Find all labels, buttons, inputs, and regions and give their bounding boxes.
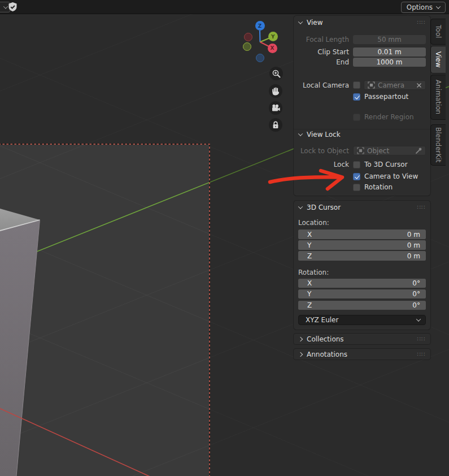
panel-title: 3D Cursor — [307, 204, 412, 211]
blender-window: Z Y X — [0, 0, 449, 476]
padlock-icon — [271, 120, 280, 129]
cursor-location-x-field[interactable]: X0 m — [298, 230, 426, 239]
movie-camera-icon — [271, 103, 281, 112]
close-icon[interactable] — [416, 83, 422, 88]
chevron-down-icon — [436, 4, 441, 8]
chevron-right-icon — [298, 352, 303, 356]
x-axis-line — [0, 406, 152, 476]
chevron-down-icon — [416, 317, 421, 321]
local-camera-label: Local Camera — [298, 81, 353, 89]
clip-start-field[interactable]: 0.01 m — [353, 47, 426, 57]
cursor-rotation-z-field[interactable]: Z0° — [298, 301, 426, 310]
options-label: Options — [407, 3, 433, 11]
gizmo-minus-y-axis[interactable] — [243, 42, 251, 51]
panel-grip-icon[interactable]: ∷∷ — [417, 352, 425, 357]
rotation-lock-label: Rotation — [364, 183, 393, 191]
view-panel: View ∷∷ Focal Length 50 mm Clip Start 0.… — [294, 16, 430, 196]
chevron-down-icon — [298, 19, 303, 24]
to-3d-cursor-checkbox[interactable] — [353, 161, 360, 168]
chevron-down-icon — [298, 131, 303, 136]
panel-title: Collections — [307, 335, 412, 343]
tab-view[interactable]: View — [430, 46, 446, 73]
camera-view-button[interactable] — [269, 101, 282, 115]
camera-to-view-checkbox[interactable] — [353, 173, 360, 180]
viewport-header: Options — [0, 0, 449, 14]
zoom-button[interactable] — [269, 67, 283, 80]
panel-grip-icon[interactable]: ∷∷ — [417, 20, 425, 25]
render-region-label: Render Region — [364, 113, 414, 121]
gizmo-z-axis[interactable]: Z — [255, 21, 265, 31]
rotation-label: Rotation: — [298, 269, 426, 276]
gizmo-y-axis[interactable]: Y — [268, 32, 278, 41]
panel-grip-icon[interactable]: ∷∷ — [417, 205, 425, 210]
options-button[interactable]: Options — [401, 2, 446, 13]
eyedropper-icon[interactable] — [415, 148, 422, 154]
focal-length-field[interactable]: 50 mm — [353, 35, 426, 44]
gizmo-minus-z-axis[interactable] — [256, 54, 264, 62]
lock-view-button[interactable] — [269, 118, 282, 132]
view-lock-subpanel-header[interactable]: View Lock — [294, 129, 430, 139]
magnifier-plus-icon — [272, 69, 281, 79]
location-label: Location: — [298, 219, 426, 227]
to-3d-cursor-label: To 3D Cursor — [364, 161, 408, 168]
navigation-gizmo[interactable]: Z Y X — [240, 19, 282, 65]
tab-tool[interactable]: Tool — [430, 19, 446, 45]
cursor-rotation-x-field[interactable]: X0° — [298, 279, 426, 288]
rotation-mode-dropdown[interactable]: XYZ Euler — [298, 315, 426, 325]
lock-to-object-field[interactable]: Object — [353, 146, 426, 155]
cursor-location-z-field[interactable]: Z0 m — [298, 251, 426, 261]
passepartout-label: Passepartout — [364, 93, 408, 101]
pan-button[interactable] — [269, 84, 282, 98]
panel-title: Annotations — [307, 350, 412, 358]
cursor-panel: 3D Cursor ∷∷ Location: X0 m Y0 m Z0 m Ro… — [294, 201, 430, 330]
gizmo-minus-x-axis[interactable] — [244, 33, 252, 41]
cursor-rotation-y-field[interactable]: Y0° — [298, 289, 426, 298]
local-camera-checkbox[interactable] — [353, 81, 360, 89]
chevron-right-icon — [298, 336, 303, 341]
collections-panel-header[interactable]: Collections ∷∷ — [294, 334, 430, 344]
focal-length-label: Focal Length — [298, 36, 353, 44]
passepartout-checkbox[interactable] — [353, 93, 360, 101]
cursor-location-y-field[interactable]: Y0 m — [298, 240, 426, 250]
rotation-lock-checkbox[interactable] — [353, 184, 360, 191]
hand-icon — [271, 86, 280, 96]
panel-title: View — [307, 19, 412, 27]
object-data-icon — [357, 147, 364, 154]
gizmo-x-axis[interactable]: X — [268, 44, 277, 53]
clip-start-label: Clip Start — [298, 48, 353, 56]
subpanel-title: View Lock — [307, 131, 341, 139]
lock-to-object-label: Lock to Object — [298, 147, 353, 155]
view-panel-header[interactable]: View ∷∷ — [294, 16, 430, 29]
camera-data-icon — [368, 81, 375, 89]
cube-object[interactable] — [0, 207, 40, 476]
annotations-panel-header[interactable]: Annotations ∷∷ — [294, 349, 430, 360]
render-region-checkbox[interactable] — [353, 114, 360, 121]
lock-label: Lock — [298, 161, 353, 168]
cursor-panel-header[interactable]: 3D Cursor ∷∷ — [294, 201, 430, 214]
clip-end-label: End — [298, 58, 353, 66]
shield-check-icon — [7, 2, 18, 13]
clip-end-field[interactable]: 1000 m — [353, 58, 426, 67]
tab-animation[interactable]: Animation — [430, 75, 446, 120]
tab-blenderkit[interactable]: BlenderKit — [430, 124, 446, 166]
sidebar-tab-column: Tool View Animation BlenderKit — [430, 14, 449, 476]
chevron-down-icon — [298, 204, 303, 209]
camera-to-view-label: Camera to View — [364, 172, 418, 180]
local-camera-field[interactable]: Camera — [364, 80, 426, 90]
panel-grip-icon[interactable]: ∷∷ — [417, 336, 425, 342]
